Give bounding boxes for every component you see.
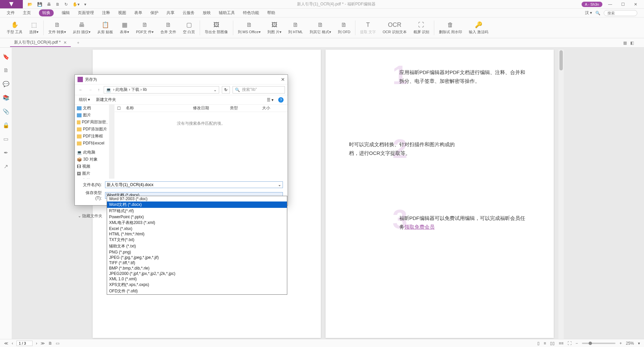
dlg-up-icon[interactable]: ↑	[96, 88, 101, 92]
nav-prev-icon[interactable]: ‹	[12, 341, 13, 346]
maximize-button[interactable]: ☐	[618, 2, 628, 7]
ribbon-activate[interactable]: 🔑输入 激活码	[465, 18, 492, 37]
sidebar-security-icon[interactable]: 🔒	[3, 122, 9, 128]
dlg-search-input[interactable]: 🔍 搜索"lib"	[233, 86, 285, 94]
menu-home[interactable]: 主页	[23, 10, 31, 16]
view-contfacing-icon[interactable]: ≡≡	[559, 341, 563, 346]
view-facing-icon[interactable]: ▯▯	[550, 341, 555, 346]
ribbon-file-convert[interactable]: 🗎文件 转换▾	[45, 18, 69, 37]
type-option[interactable]: HTML (*.htm;*.html)	[107, 231, 287, 237]
zoom-slider[interactable]	[582, 343, 615, 344]
dlg-breadcrumb[interactable]: 💻› 此电脑 › 下载 › lib ⌄	[104, 86, 219, 94]
type-option[interactable]: PowerPoint (*.pptx)	[107, 214, 287, 220]
ribbon-from-scanner[interactable]: 🖶从扫 描仪▾	[69, 18, 94, 37]
zoom-dropdown-icon[interactable]: ▾	[638, 341, 640, 346]
search-icon[interactable]: 🔍	[595, 11, 600, 15]
close-button[interactable]: ✕	[631, 2, 641, 7]
menu-feature[interactable]: 特色功能	[243, 10, 259, 16]
page-number-input[interactable]	[16, 341, 33, 346]
qat-open-icon[interactable]: 📂	[28, 2, 33, 7]
sidebar-export-icon[interactable]: ↗	[4, 163, 8, 170]
view-full-icon[interactable]: ⛶	[567, 341, 572, 346]
menu-file[interactable]: 文件	[7, 10, 15, 16]
nav-last-icon[interactable]: ≫	[41, 341, 45, 346]
type-option[interactable]: Excel (*.xlsx)	[107, 226, 287, 231]
filetype-dropdown[interactable]: Word 97-2003 (*.doc) Word文档 (*.docx) RTF…	[107, 196, 287, 295]
hide-folders-toggle[interactable]: ⌄ 隐藏文件夹	[78, 213, 102, 219]
qat-save-icon[interactable]: 💾	[37, 2, 42, 7]
menu-lang-icon[interactable]: 汉 ▾	[585, 10, 592, 16]
menu-search-input[interactable]	[604, 10, 637, 16]
view-panel-icon[interactable]: ◧	[630, 41, 634, 45]
dlg-back-icon[interactable]: ←	[78, 88, 84, 92]
user-badge[interactable]: A - Sh3n	[582, 2, 602, 7]
ribbon-from-clipboard[interactable]: 📋从剪 贴板	[94, 18, 116, 37]
minimize-button[interactable]: —	[605, 2, 615, 7]
type-option[interactable]: JPEG (*.jpg,*.jpeg,*.jpe,*.jif)	[107, 255, 287, 260]
view-cont-icon[interactable]: ≡	[544, 341, 546, 346]
nav-page-icon[interactable]: ▭	[56, 341, 59, 346]
scroll-thumb[interactable]	[559, 50, 563, 70]
sidebar-bookmark-icon[interactable]: 🔖	[3, 54, 9, 60]
qat-hand-icon[interactable]: ✋▾	[72, 2, 80, 7]
dialog-close-icon[interactable]: ✕	[281, 77, 285, 82]
sidebar-comment-icon[interactable]: 💬	[3, 81, 9, 87]
ribbon-pdf-file[interactable]: 🗎PDF文 件▾	[133, 18, 157, 37]
type-option[interactable]: Word 97-2003 (*.doc)	[107, 196, 287, 201]
zoom-in-icon[interactable]: +	[620, 341, 622, 346]
dlg-file-list[interactable]: ☐ 名称 修改日期 类型 大小 没有与搜索条件匹配的项。	[114, 105, 288, 179]
filename-input[interactable]: 新人引导(1)_OCR(4).docx⌄	[105, 181, 283, 188]
type-option[interactable]: TXT文件(*.txt)	[107, 237, 287, 243]
menu-view[interactable]: 视图	[118, 10, 126, 16]
type-option[interactable]: TIFF (*.tiff,*.tif)	[107, 260, 287, 266]
dlg-help-icon[interactable]: ?	[278, 97, 284, 103]
dlg-refresh-icon[interactable]: ↻	[222, 86, 230, 94]
sidebar-attach-icon[interactable]: 📎	[3, 108, 9, 115]
ribbon-merge[interactable]: 🗎合并 文件	[157, 18, 180, 37]
menu-annotate[interactable]: 注释	[102, 10, 110, 16]
ribbon-remove-watermark[interactable]: 🗑删除试 用水印	[436, 18, 465, 37]
view-grid-icon[interactable]: ▦	[623, 41, 627, 45]
sidebar-layers-icon[interactable]: 📚	[3, 95, 9, 101]
nav-next-icon[interactable]: ›	[36, 341, 37, 346]
ribbon-form[interactable]: ▦表单▾	[116, 18, 133, 37]
menu-protect[interactable]: 保护	[150, 10, 158, 16]
tree-scrollbar[interactable]	[109, 105, 114, 179]
menu-page[interactable]: 页面管理	[78, 10, 94, 16]
ribbon-select[interactable]: ⬚选择▾	[26, 18, 42, 37]
document-tab[interactable]: 新人引导(1)_OCR(4).pdf * ✕	[10, 39, 71, 47]
menu-convert[interactable]: 转换	[39, 9, 54, 16]
menu-share[interactable]: 共享	[166, 10, 175, 16]
type-option[interactable]: XPS文档(*.xps,*.oxps)	[107, 282, 287, 288]
ribbon-to-other[interactable]: 🗎到其它 格式▾	[306, 18, 335, 37]
type-option[interactable]: Word文档 (*.docx)	[107, 201, 287, 208]
zoom-out-icon[interactable]: −	[576, 341, 578, 346]
ribbon-to-html[interactable]: 🗎到 HTML	[285, 18, 306, 37]
ribbon-export-images[interactable]: 🖼导出全 部图像	[201, 18, 231, 37]
menu-help[interactable]: 帮助	[267, 10, 275, 16]
ribbon-screenshot-ocr[interactable]: ⛶截屏 识别	[410, 18, 433, 37]
qat-print-icon[interactable]: 🖶	[47, 2, 51, 7]
type-option[interactable]: PNG (*.png)	[107, 249, 287, 255]
close-tab-icon[interactable]: ✕	[63, 40, 67, 45]
dlg-organize[interactable]: 组织 ▾	[79, 97, 90, 103]
dlg-folder-tree[interactable]: 文档 图片 PDF局部加密、F PDF添加图片 PDF注释框 PDF转excel…	[75, 105, 114, 179]
free-member-link[interactable]: 领取免费会员	[404, 224, 435, 230]
type-option[interactable]: JPEG2000 (*.jpf,*.jpx,*.jp2,*.j2k,*.jpc)	[107, 271, 287, 276]
type-option[interactable]: OFD文件 (*.ofd)	[107, 288, 287, 294]
type-option[interactable]: XML电子表格2003 (*.xml)	[107, 220, 287, 226]
qat-doc-icon[interactable]: 🗎	[56, 2, 60, 7]
dlg-fwd-icon[interactable]: →	[87, 88, 94, 92]
menu-cloud[interactable]: 云服务	[183, 10, 195, 16]
type-option[interactable]: RTF格式(*.rtf)	[107, 208, 287, 214]
ribbon-hand-tool[interactable]: ✋手型 工具	[3, 18, 26, 37]
dlg-view-icon[interactable]: ☰ ▾	[267, 98, 274, 102]
qat-more-icon[interactable]: ▾	[84, 2, 86, 7]
qat-redo-icon[interactable]: ↻	[64, 2, 68, 7]
new-tab-button[interactable]: ＋	[76, 40, 80, 46]
sidebar-sign-icon[interactable]: ✒	[4, 150, 8, 156]
dlg-new-folder[interactable]: 新建文件夹	[96, 97, 116, 103]
view-single-icon[interactable]: ▯	[537, 341, 540, 346]
nav-first-icon[interactable]: ≪	[4, 341, 8, 346]
type-option[interactable]: 辅助文本 (*.txt)	[107, 243, 287, 249]
